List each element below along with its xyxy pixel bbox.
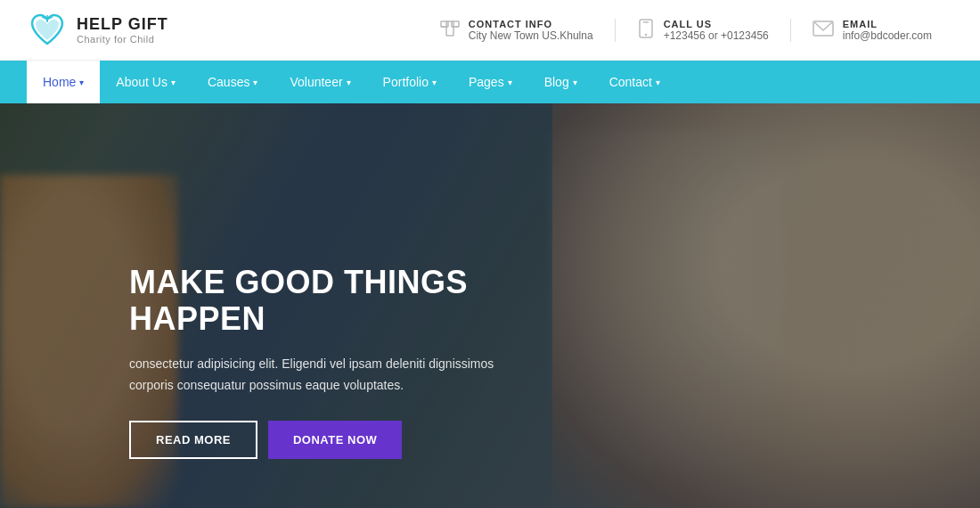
nav-link-causes[interactable]: Causes ▾	[208, 75, 257, 89]
email-icon	[813, 20, 834, 41]
chevron-down-icon: ▾	[656, 78, 660, 87]
call-info-value: +123456 or +0123456	[664, 29, 769, 42]
chevron-down-icon: ▾	[508, 78, 512, 87]
hero-section: MAKE GOOD THINGS HAPPEN consectetur adip…	[0, 103, 980, 508]
hero-description: consectetur adipisicing elit. Eligendi v…	[129, 354, 521, 397]
email-info-text: EMAIL info@bdcoder.com	[843, 19, 932, 42]
nav-link-pages[interactable]: Pages ▾	[469, 75, 512, 89]
nav-link-portfolio[interactable]: Portfolio ▾	[383, 75, 437, 89]
nav-item-about[interactable]: About Us ▾	[100, 61, 192, 103]
hero-buttons: READ MORE DONATE NOW	[129, 421, 521, 459]
svg-rect-3	[446, 21, 453, 36]
logo[interactable]: HELP GIFT Charity for Child	[27, 10, 168, 51]
main-nav: Home ▾ About Us ▾ Causes ▾ Volunteer ▾ P	[0, 61, 980, 103]
contact-info-value: City New Town US.Khulna	[469, 29, 593, 42]
contact-info-label: CONTACT INFO	[469, 19, 593, 29]
chevron-down-icon: ▾	[79, 78, 84, 87]
nav-item-contact[interactable]: Contact ▾	[593, 61, 676, 103]
header-contact-info: CONTACT INFO City New Town US.Khulna CAL…	[419, 19, 953, 42]
chevron-down-icon: ▾	[573, 78, 577, 87]
email-info-value: info@bdcoder.com	[843, 29, 932, 42]
chevron-down-icon: ▾	[347, 78, 351, 87]
nav-link-contact[interactable]: Contact ▾	[609, 75, 660, 89]
logo-subtitle: Charity for Child	[77, 34, 168, 45]
nav-list: Home ▾ About Us ▾ Causes ▾ Volunteer ▾ P	[27, 61, 676, 103]
nav-item-blog[interactable]: Blog ▾	[528, 61, 593, 103]
chevron-down-icon: ▾	[171, 78, 176, 87]
nav-item-causes[interactable]: Causes ▾	[192, 61, 274, 103]
phone-icon	[637, 19, 655, 42]
read-more-button[interactable]: READ MORE	[129, 421, 257, 459]
nav-link-blog[interactable]: Blog ▾	[544, 75, 577, 89]
svg-point-7	[644, 33, 646, 35]
nav-link-home[interactable]: Home ▾	[43, 75, 84, 89]
nav-item-portfolio[interactable]: Portfolio ▾	[367, 61, 453, 103]
logo-title: HELP GIFT	[77, 15, 168, 34]
email-info-item: EMAIL info@bdcoder.com	[791, 19, 953, 42]
hero-content: MAKE GOOD THINGS HAPPEN consectetur adip…	[129, 264, 521, 459]
site-header: HELP GIFT Charity for Child CONTACT INFO…	[0, 0, 980, 61]
logo-text: HELP GIFT Charity for Child	[77, 15, 168, 45]
svg-rect-1	[441, 21, 448, 27]
nav-link-volunteer[interactable]: Volunteer ▾	[290, 75, 350, 89]
call-info-text: CALL US +123456 or +0123456	[664, 19, 769, 42]
nav-link-about[interactable]: About Us ▾	[116, 75, 176, 89]
email-info-label: EMAIL	[843, 19, 932, 29]
map-icon	[440, 19, 460, 42]
logo-icon	[27, 10, 68, 51]
nav-item-volunteer[interactable]: Volunteer ▾	[274, 61, 366, 103]
chevron-down-icon: ▾	[253, 78, 257, 87]
svg-rect-2	[452, 21, 459, 27]
hero-title: MAKE GOOD THINGS HAPPEN	[129, 264, 521, 338]
contact-info-text: CONTACT INFO City New Town US.Khulna	[469, 19, 593, 42]
call-info-item: CALL US +123456 or +0123456	[616, 19, 791, 42]
call-info-label: CALL US	[664, 19, 769, 29]
donate-now-button[interactable]: DONATE NOW	[268, 421, 402, 459]
chevron-down-icon: ▾	[432, 78, 437, 87]
nav-item-pages[interactable]: Pages ▾	[453, 61, 528, 103]
contact-info-item: CONTACT INFO City New Town US.Khulna	[419, 19, 616, 42]
nav-item-home[interactable]: Home ▾	[27, 61, 100, 103]
